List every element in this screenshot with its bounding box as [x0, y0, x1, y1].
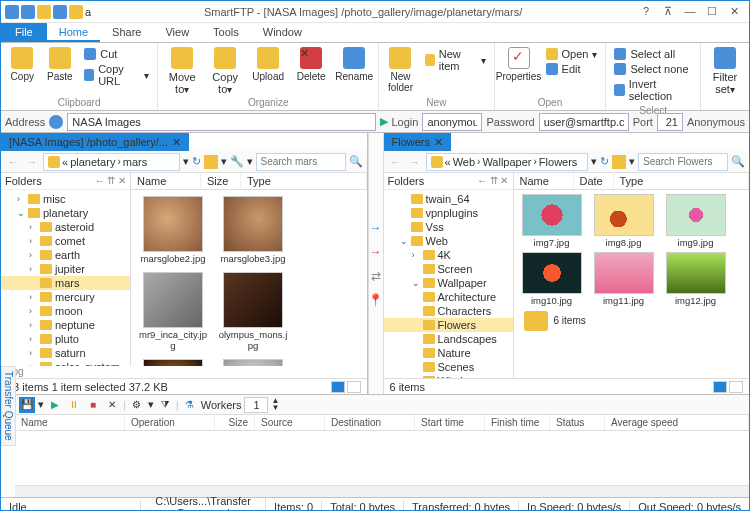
search-icon[interactable]: 🔍 [349, 155, 363, 168]
address-input[interactable] [67, 113, 375, 131]
password-input[interactable] [539, 113, 629, 131]
folder-summary[interactable]: 6 items [518, 311, 746, 331]
tree-node[interactable]: ›asteroid [1, 220, 130, 234]
panel-controls[interactable]: ← ⇈ ✕ [94, 175, 126, 187]
col-source[interactable]: Source [255, 415, 325, 430]
copy-url-button[interactable]: Copy URL ▾ [82, 62, 151, 88]
transfer-right-red-icon[interactable]: → [370, 245, 382, 259]
tree-node[interactable]: Screen [384, 262, 513, 276]
dropdown-icon[interactable]: ▾ [591, 155, 597, 168]
go-button[interactable]: ▶ [380, 115, 388, 128]
pause-icon[interactable]: ⏸ [66, 397, 82, 413]
move-to-button[interactable]: Move to▾ [162, 45, 202, 97]
tree-node[interactable]: ⌄planetary [1, 206, 130, 220]
tab-share[interactable]: Share [100, 23, 153, 42]
thumbnail-grid[interactable]: img7.jpgimg8.jpgimg9.jpgimg10.jpgimg11.j… [514, 190, 750, 378]
tree-node[interactable]: ›4K [384, 248, 513, 262]
settings-icon[interactable]: ⚙ [129, 397, 145, 413]
tree-node[interactable]: ›mercury [1, 290, 130, 304]
tree-node[interactable]: Architecture [384, 290, 513, 304]
transfer-queue-side-tab[interactable]: Transfer Queue [1, 366, 16, 446]
close-button[interactable]: ✕ [727, 5, 741, 18]
scrollbar[interactable] [15, 485, 749, 497]
new-folder-button[interactable]: New folder [383, 45, 418, 97]
close-tab-icon[interactable]: ✕ [434, 136, 443, 149]
column-headers[interactable]: Name Size Type [131, 173, 367, 190]
delete-button[interactable]: ✕Delete [291, 45, 331, 97]
rename-button[interactable]: Rename [334, 45, 374, 97]
workers-icon[interactable]: ⚗ [182, 397, 198, 413]
tree-node[interactable]: ›jupiter [1, 262, 130, 276]
file-thumb[interactable]: img12.jpg [662, 252, 730, 306]
paste-button[interactable]: Paste [43, 45, 78, 97]
tree-node[interactable]: Flowers [384, 318, 513, 332]
maximize-button[interactable]: ☐ [705, 5, 719, 18]
tab-tools[interactable]: Tools [201, 23, 251, 42]
file-thumb[interactable]: img10.jpg [518, 252, 586, 306]
search-input[interactable] [638, 153, 728, 171]
view-toggles[interactable] [713, 381, 743, 393]
col-finish[interactable]: Finish time [485, 415, 550, 430]
col-date[interactable]: Date [574, 173, 614, 189]
help-button[interactable]: ? [639, 5, 653, 18]
tree-node[interactable]: vpnplugins [384, 206, 513, 220]
panel-controls[interactable]: ← ⇈ ✕ [477, 175, 509, 187]
tree-node[interactable]: ⌄Wallpaper [384, 276, 513, 290]
file-thumb[interactable]: mr9_inca_city.jpg [137, 272, 209, 351]
col-type[interactable]: Type [241, 173, 367, 189]
pane-tab[interactable]: Flowers✕ [384, 133, 452, 151]
folder-icon[interactable] [69, 5, 83, 19]
stepper-icon[interactable]: ▲▼ [271, 398, 279, 411]
file-thumb[interactable]: olympus_mons.jpg [217, 272, 289, 351]
tree-node[interactable]: ›earth [1, 248, 130, 262]
column-headers[interactable]: Name Date Type [514, 173, 750, 190]
tree-node[interactable]: ›saturn [1, 346, 130, 360]
folder-icon[interactable] [204, 155, 218, 169]
refresh-button[interactable]: ↻ [192, 155, 201, 168]
minimize-button[interactable]: — [683, 5, 697, 18]
port-input[interactable] [657, 113, 683, 131]
tools-icon[interactable]: 🔧 [230, 155, 244, 168]
tree-node[interactable]: ›misc [1, 192, 130, 206]
qat-icon[interactable] [21, 5, 35, 19]
file-thumb[interactable] [137, 359, 209, 366]
view-toggles[interactable] [331, 381, 361, 393]
select-none-button[interactable]: Select none [612, 62, 694, 76]
col-name[interactable]: Name [15, 415, 125, 430]
open-button[interactable]: Open ▾ [544, 47, 600, 61]
col-start[interactable]: Start time [415, 415, 485, 430]
filter-icon[interactable]: ⧩ [157, 397, 173, 413]
col-avg[interactable]: Average speed [605, 415, 749, 430]
back-button[interactable]: ← [388, 156, 404, 168]
col-destination[interactable]: Destination [325, 415, 415, 430]
qat-icon[interactable] [37, 5, 51, 19]
col-name[interactable]: Name [514, 173, 574, 189]
dropdown-icon[interactable]: ▾ [183, 155, 189, 168]
folder-tree[interactable]: twain_64vpnpluginsVss⌄Web›4KScreen⌄Wallp… [384, 190, 513, 378]
close-tab-icon[interactable]: ✕ [172, 136, 181, 149]
file-tab[interactable]: File [1, 23, 47, 42]
new-item-button[interactable]: New item ▾ [423, 47, 488, 73]
breadcrumb[interactable]: «planetary›mars [43, 153, 180, 171]
tab-view[interactable]: View [153, 23, 201, 42]
forward-button[interactable]: → [407, 156, 423, 168]
transfer-right-icon[interactable]: → [370, 221, 382, 235]
tree-node[interactable]: Nature [384, 346, 513, 360]
search-input[interactable] [256, 153, 346, 171]
tree-node[interactable]: ›neptune [1, 318, 130, 332]
queue-columns[interactable]: Name Operation Size Source Destination S… [15, 415, 749, 431]
properties-button[interactable]: Properties [499, 45, 539, 97]
file-thumb[interactable]: img7.jpg [518, 194, 586, 248]
upload-button[interactable]: Upload [248, 45, 288, 97]
breadcrumb[interactable]: «Web›Wallpaper›Flowers [426, 153, 589, 171]
col-name[interactable]: Name [131, 173, 201, 189]
tree-node[interactable]: mars [1, 276, 130, 290]
tree-node[interactable]: ›pluto [1, 332, 130, 346]
file-thumb[interactable]: marsglobe3.jpg [217, 196, 289, 264]
forward-button[interactable]: → [24, 156, 40, 168]
file-thumb[interactable]: marsglobe2.jpg [137, 196, 209, 264]
col-size[interactable]: Size [215, 415, 255, 430]
file-thumb[interactable] [217, 359, 289, 366]
file-thumb[interactable]: img9.jpg [662, 194, 730, 248]
tree-node[interactable]: Landscapes [384, 332, 513, 346]
